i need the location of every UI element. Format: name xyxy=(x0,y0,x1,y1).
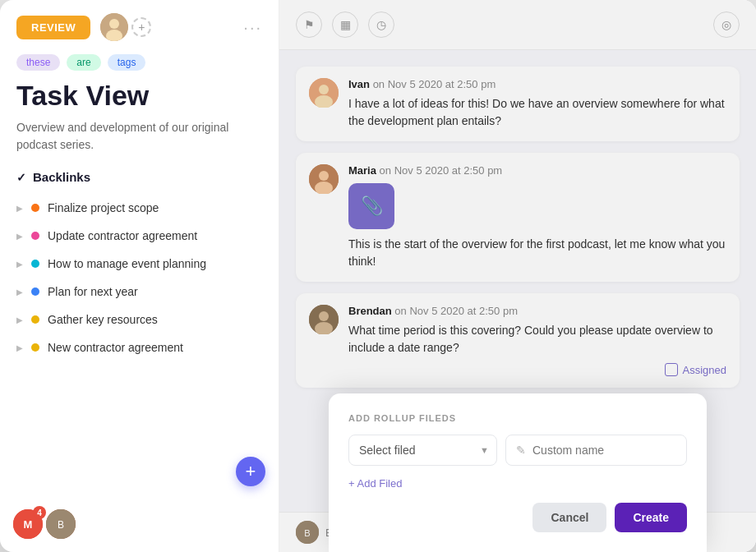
add-rollup-modal: ADD ROLLUP FILEDS Select filed ▼ ✎ + Add… xyxy=(329,393,707,552)
tag-are[interactable]: are xyxy=(67,54,100,71)
bottom-avatars: M 4 B xyxy=(13,509,76,539)
modal-overlay: ADD ROLLUP FILEDS Select filed ▼ ✎ + Add… xyxy=(279,0,756,552)
backlink-label: Finalize project scope xyxy=(48,201,159,214)
backlinks-label: Backlinks xyxy=(33,170,90,184)
custom-name-field: ✎ xyxy=(505,435,687,466)
backlink-list: ▶ Finalize project scope ▶ Update contra… xyxy=(0,194,279,552)
review-button[interactable]: REVIEW xyxy=(16,16,90,39)
tag-these[interactable]: these xyxy=(16,54,60,71)
bullet-icon: ▶ xyxy=(16,204,23,213)
select-filed[interactable]: Select filed xyxy=(348,435,497,466)
svg-point-1 xyxy=(109,19,119,29)
bullet-icon: ▶ xyxy=(16,288,23,297)
backlinks-header: ✓ Backlinks xyxy=(0,170,279,194)
status-dot xyxy=(31,315,39,324)
cancel-button[interactable]: Cancel xyxy=(532,503,606,532)
notification-badge[interactable]: M 4 xyxy=(13,509,43,539)
modal-title: ADD ROLLUP FILEDS xyxy=(348,413,687,423)
right-panel: ⚑ ▦ ◷ ◎ Ivan on No xyxy=(279,0,756,552)
left-panel: REVIEW + ··· these are tags Task View O xyxy=(0,0,279,552)
list-item[interactable]: ▶ Finalize project scope xyxy=(0,194,279,222)
modal-actions: Cancel Create xyxy=(348,503,687,532)
svg-text:B: B xyxy=(58,519,64,531)
task-title: Task View xyxy=(0,80,279,119)
tags-row: these are tags xyxy=(0,54,279,80)
status-dot xyxy=(31,232,39,240)
backlink-label: Plan for next year xyxy=(48,285,138,298)
avatar-group: + xyxy=(100,13,151,41)
list-item[interactable]: ▶ Gather key resources xyxy=(0,306,279,334)
svg-text:M: M xyxy=(24,518,33,531)
avatar xyxy=(100,13,128,41)
custom-name-input[interactable] xyxy=(532,444,676,457)
edit-icon: ✎ xyxy=(516,444,526,457)
modal-fields: Select filed ▼ ✎ xyxy=(348,435,687,466)
add-filed-link[interactable]: + Add Filed xyxy=(348,477,402,490)
add-fab-button[interactable]: + xyxy=(236,457,265,486)
bullet-icon: ▶ xyxy=(16,260,23,269)
status-dot xyxy=(31,204,39,212)
app-window: REVIEW + ··· these are tags Task View O xyxy=(0,0,756,552)
tag-tags[interactable]: tags xyxy=(108,54,146,71)
bullet-icon: ▶ xyxy=(16,343,23,352)
add-avatar-button[interactable]: + xyxy=(131,17,151,37)
select-wrapper: Select filed ▼ xyxy=(348,435,497,466)
backlinks-icon: ✓ xyxy=(16,171,26,184)
backlink-label: How to manage event planning xyxy=(48,257,206,270)
status-dot xyxy=(31,343,39,352)
bullet-icon: ▶ xyxy=(16,315,23,324)
bullet-icon: ▶ xyxy=(16,232,23,241)
status-dot xyxy=(31,288,39,296)
backlink-label: Gather key resources xyxy=(48,313,158,326)
list-item[interactable]: ▶ How to manage event planning xyxy=(0,250,279,278)
create-button[interactable]: Create xyxy=(615,503,687,532)
avatar: B xyxy=(46,509,76,539)
left-header: REVIEW + ··· xyxy=(0,0,279,54)
list-item[interactable]: ▶ Plan for next year xyxy=(0,278,279,306)
list-item[interactable]: ▶ New contractor agreement xyxy=(0,334,279,361)
list-item[interactable]: ▶ Update contractor agreement xyxy=(0,222,279,250)
badge-count: 4 xyxy=(33,506,46,519)
backlink-label: Update contractor agreement xyxy=(48,229,197,242)
more-options-button[interactable]: ··· xyxy=(243,18,262,37)
task-description: Overview and development of our original… xyxy=(0,119,279,170)
backlink-label: New contractor agreement xyxy=(48,341,183,354)
status-dot xyxy=(31,260,39,268)
